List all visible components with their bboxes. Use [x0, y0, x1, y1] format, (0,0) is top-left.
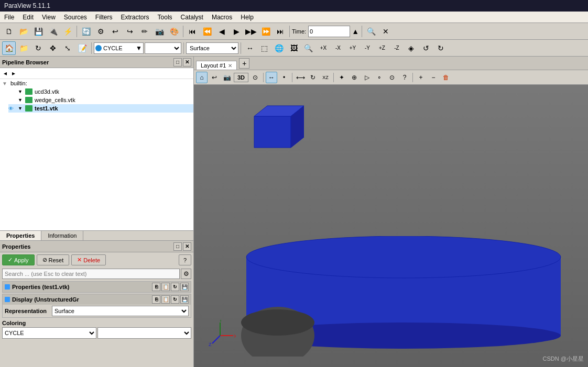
- section-copy-btn[interactable]: ⎘: [152, 283, 160, 291]
- menu-macros[interactable]: Macros: [208, 13, 236, 22]
- y-neg-button[interactable]: -Y: [361, 41, 374, 55]
- 3d-canvas[interactable]: CSDN @小星星 X Y Z: [194, 85, 588, 367]
- menu-extractors[interactable]: Extractors: [117, 13, 154, 22]
- list-item[interactable]: 👁 ▼ wedge_cells.vtk: [8, 96, 193, 104]
- display-save-btn[interactable]: 💾: [180, 295, 189, 304]
- view-screenshot-btn[interactable]: 📷: [221, 72, 233, 83]
- scale-button[interactable]: ⤡: [61, 41, 74, 55]
- view-orient-btn[interactable]: ✦: [336, 72, 347, 83]
- search-gear-icon[interactable]: ⚙: [181, 269, 191, 279]
- pipeline-float-button[interactable]: □: [173, 58, 182, 66]
- save-button[interactable]: 💾: [31, 25, 45, 38]
- time-up[interactable]: ▲: [351, 25, 360, 38]
- connect-button[interactable]: 🔌: [46, 25, 60, 38]
- pipeline-close-button[interactable]: ✕: [183, 58, 191, 66]
- empty-selector[interactable]: [145, 42, 181, 54]
- list-item[interactable]: 👁 ▼ ucd3d.vtk: [8, 87, 193, 96]
- view-xz-btn[interactable]: XZ: [320, 72, 331, 83]
- layout-tab-close-icon[interactable]: ✕: [228, 63, 232, 69]
- search-close-btn[interactable]: ✕: [379, 25, 393, 38]
- undo-button[interactable]: ↩: [108, 25, 122, 38]
- representation-select[interactable]: Surface: [52, 306, 189, 316]
- time-input[interactable]: [308, 26, 350, 37]
- display-refresh-btn[interactable]: ↻: [171, 295, 179, 304]
- menu-help[interactable]: Help: [236, 13, 258, 22]
- forward-button[interactable]: ⏩: [259, 25, 273, 38]
- rotate-90cw-button[interactable]: ↻: [434, 41, 448, 55]
- view-parallel-btn[interactable]: ⟷: [295, 72, 306, 83]
- z-neg-button[interactable]: -Z: [390, 41, 404, 55]
- x-neg-button[interactable]: -X: [331, 41, 345, 55]
- section-paste-btn[interactable]: 📋: [161, 283, 170, 291]
- menu-sources[interactable]: Sources: [60, 13, 91, 22]
- view-undo-btn[interactable]: ↩: [209, 72, 220, 83]
- disconnect-button[interactable]: ⚡: [61, 25, 74, 38]
- cycle-dropdown-icon[interactable]: ▼: [136, 45, 142, 52]
- rotate-button[interactable]: ↻: [31, 41, 45, 55]
- menu-view[interactable]: View: [38, 13, 60, 22]
- layout-tab-add[interactable]: +: [239, 58, 249, 69]
- view-pick-btn[interactable]: •: [278, 72, 290, 83]
- list-item[interactable]: ▼ builtin:: [0, 79, 193, 87]
- pipeline-fwd-btn[interactable]: ▸: [9, 69, 18, 77]
- layout-tab-1[interactable]: Layout #1 ✕: [196, 61, 237, 70]
- help-button[interactable]: ?: [179, 254, 191, 265]
- view-add-btn[interactable]: +: [415, 72, 427, 83]
- edit2-button[interactable]: 📝: [75, 41, 89, 55]
- z-pos-button[interactable]: +Z: [375, 41, 389, 55]
- prev-frame-button[interactable]: ⏪: [200, 25, 214, 38]
- display-copy-btn[interactable]: ⎘: [152, 295, 160, 304]
- play-button[interactable]: ▶: [230, 25, 243, 38]
- iso-button[interactable]: ◈: [405, 41, 418, 55]
- box-select-button[interactable]: ⬚: [258, 41, 271, 55]
- reset-cam-button[interactable]: 🏠: [2, 41, 16, 55]
- apply-button[interactable]: ✓ Apply: [2, 254, 35, 265]
- step-fwd-button[interactable]: ▶▶: [244, 25, 258, 38]
- last-frame-button[interactable]: ⏭: [274, 25, 287, 38]
- render-button[interactable]: 🖼: [287, 41, 301, 55]
- section-refresh-btn[interactable]: ↻: [171, 283, 179, 291]
- list-item[interactable]: 👁 ▼ test1.vtk: [8, 104, 193, 113]
- view-query-btn[interactable]: ?: [399, 72, 410, 83]
- rewind-button[interactable]: ⏮: [186, 25, 199, 38]
- view-spin-btn[interactable]: ↻: [307, 72, 319, 83]
- props-close-button[interactable]: ✕: [183, 242, 191, 251]
- menu-file[interactable]: File: [0, 13, 18, 22]
- view-interact-btn[interactable]: ↔: [266, 72, 277, 83]
- settings-button[interactable]: ⚙: [94, 25, 107, 38]
- coloring-select-1[interactable]: CYCLE: [2, 327, 96, 339]
- display-paste-btn[interactable]: 📋: [161, 295, 170, 304]
- step-back-button[interactable]: ◀: [215, 25, 228, 38]
- view-3d-btn[interactable]: 3D: [234, 73, 248, 82]
- view-points-btn[interactable]: ∘: [374, 72, 385, 83]
- y-pos-button[interactable]: +Y: [346, 41, 360, 55]
- props-float-button[interactable]: □: [173, 242, 182, 251]
- color-button[interactable]: 🎨: [167, 25, 181, 38]
- globe-button[interactable]: 🌐: [273, 41, 286, 55]
- open-button[interactable]: 📂: [17, 25, 30, 38]
- redo-button[interactable]: ↪: [123, 25, 137, 38]
- menu-filters[interactable]: Filters: [91, 13, 117, 22]
- rotate-90-button[interactable]: ↺: [419, 41, 433, 55]
- new-button[interactable]: 🗋: [2, 25, 16, 38]
- translate-button[interactable]: ✥: [46, 41, 60, 55]
- cycle-selector[interactable]: CYCLE ▼: [94, 42, 144, 54]
- menu-catalyst[interactable]: Catalyst: [177, 13, 208, 22]
- refresh-button[interactable]: 🔄: [79, 25, 93, 38]
- tab-information[interactable]: Information: [41, 231, 83, 240]
- surface-selector[interactable]: Surface: [186, 42, 238, 54]
- menu-edit[interactable]: Edit: [18, 13, 38, 22]
- reset-button[interactable]: ⊘ Reset: [37, 254, 70, 265]
- x-pos-button[interactable]: +X: [317, 41, 330, 55]
- pipeline-back-btn[interactable]: ◂: [1, 69, 9, 77]
- search-input[interactable]: [2, 269, 180, 279]
- view-pick2-btn[interactable]: ⊙: [386, 72, 398, 83]
- view-edges-btn[interactable]: ▷: [361, 72, 373, 83]
- edit-button[interactable]: ✏: [138, 25, 151, 38]
- view-trash-btn[interactable]: 🗑: [440, 72, 452, 83]
- interact-button[interactable]: ↔: [243, 41, 257, 55]
- zoom-button[interactable]: 🔍: [302, 41, 315, 55]
- view-minus-btn[interactable]: −: [428, 72, 439, 83]
- delete-button[interactable]: ✕ Delete: [71, 254, 106, 265]
- view-center-btn[interactable]: ⊕: [349, 72, 360, 83]
